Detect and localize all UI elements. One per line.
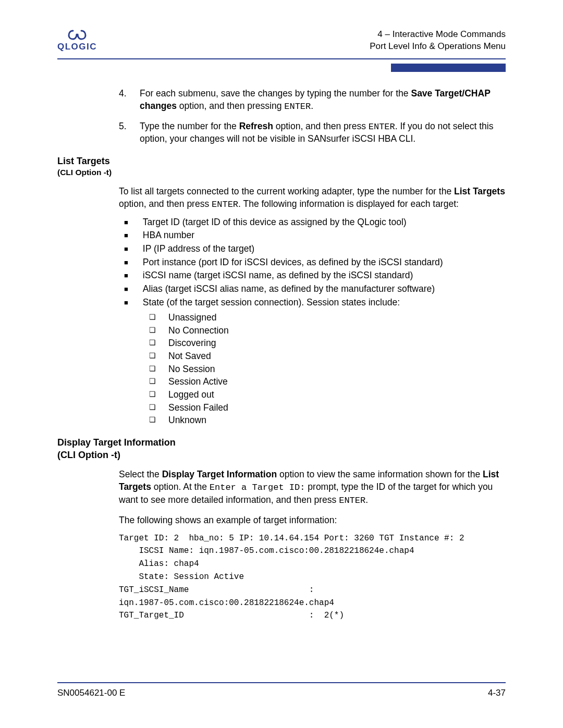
list-item: Unassigned (149, 312, 506, 324)
step-5: 5. Type the number for the Refresh optio… (119, 120, 506, 146)
page: QLOGIC 4 – Interactive Mode Commands Por… (0, 0, 563, 728)
session-states-list: Unassigned No Connection Discovering Not… (149, 312, 506, 427)
list-item: HBA number (124, 229, 506, 242)
list-item: Session Failed (149, 402, 506, 414)
step-4: 4. For each submenu, save the changes by… (119, 88, 506, 113)
code-example: Target ID: 2 hba_no: 5 IP: 10.14.64.154 … (119, 532, 506, 623)
section-list-targets: List Targets (CLI Option -t) To list all… (119, 155, 506, 427)
display-target-p2: The following shows an example of target… (119, 514, 506, 527)
header-line1: 4 – Interactive Mode Commands (370, 29, 506, 41)
list-item: Discovering (149, 337, 506, 350)
list-item: IP (IP address of the target) (124, 243, 506, 255)
list-item: No Connection (149, 325, 506, 337)
step-num-4: 4. (119, 88, 140, 113)
list-item: Not Saved (149, 350, 506, 363)
list-targets-title: List Targets (57, 155, 506, 167)
list-item: Session Active (149, 376, 506, 388)
list-item: Target ID (target ID of this device as a… (124, 216, 506, 229)
page-footer: SN0054621-00 E 4-37 (57, 682, 506, 699)
step-num-5: 5. (119, 120, 140, 146)
header-right: 4 – Interactive Mode Commands Port Level… (370, 29, 506, 53)
list-targets-intro: To list all targets connected to the cur… (119, 186, 506, 211)
footer-right: 4-37 (488, 687, 506, 699)
list-item: Unknown (149, 414, 506, 427)
logo-icon (67, 29, 88, 40)
display-target-p1: Select the Display Target Information op… (119, 468, 506, 507)
list-item: Port instance (port ID for iSCSI devices… (124, 256, 506, 269)
logo: QLOGIC (57, 29, 97, 53)
step-5-body: Type the number for the Refresh option, … (140, 120, 506, 146)
target-info-list: Target ID (target ID of this device as a… (124, 216, 506, 309)
accent-bar (391, 64, 506, 72)
display-target-title2: (CLI Option -t) (57, 449, 506, 461)
list-targets-subtitle: (CLI Option -t) (57, 167, 506, 178)
display-target-title1: Display Target Information (57, 436, 506, 449)
list-item: iSCSI name (target iSCSI name, as define… (124, 269, 506, 282)
step-4-body: For each submenu, save the changes by ty… (140, 88, 506, 113)
list-item: Logged out (149, 389, 506, 401)
logo-text: QLOGIC (57, 41, 97, 53)
list-item: No Session (149, 363, 506, 376)
page-header: QLOGIC 4 – Interactive Mode Commands Por… (57, 29, 506, 59)
list-item: Alias (target iSCSI alias name, as defin… (124, 283, 506, 295)
list-item: State (of the target session connection)… (124, 297, 506, 309)
header-line2: Port Level Info & Operations Menu (370, 41, 506, 53)
footer-left: SN0054621-00 E (57, 687, 125, 699)
content: 4. For each submenu, save the changes by… (119, 88, 506, 622)
